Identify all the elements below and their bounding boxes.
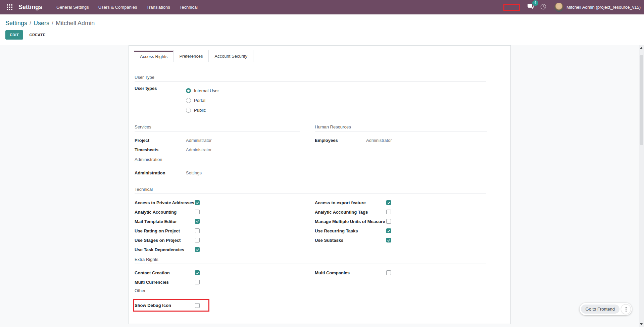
field-manage-multiple-units-of-measure: Manage Multiple Units of Measure [315, 217, 487, 226]
apps-grid-icon[interactable] [5, 4, 14, 10]
scrollbar-up-arrow-icon[interactable] [640, 47, 643, 49]
radio-row-internal-user: Internal User [186, 86, 219, 96]
go-to-frontend-button[interactable]: Go to Frontend [581, 305, 620, 314]
group-extra-rights: Extra Rights Contact Creation Multi Curr… [135, 257, 486, 287]
field-label: Contact Creation [135, 270, 195, 275]
breadcrumb-current-record: Mitchell Admin [56, 20, 95, 26]
edit-button[interactable]: EDIT [5, 30, 23, 40]
group-human-resources: Human Resources Employees Administrator [315, 124, 487, 154]
scrollbar-thumb[interactable] [640, 55, 643, 145]
field-label-user-types: User types [135, 86, 186, 115]
radio-row-portal: Portal [186, 96, 219, 105]
clock-icon [540, 3, 547, 11]
group-title: Technical [135, 187, 486, 194]
group-title: Administration [135, 157, 300, 164]
field-multi-companies: Multi Companies [315, 268, 487, 277]
breadcrumb: Settings/Users/Mitchell Admin [0, 14, 644, 27]
group-administration: Administration Administration Settings [135, 157, 300, 177]
field-contact-creation: Contact Creation [135, 268, 300, 277]
checkbox-multi-currencies[interactable] [195, 280, 200, 284]
form-sheet: Access Rights Preferences Account Securi… [129, 45, 511, 324]
group-title: Other [135, 288, 486, 295]
field-analytic-accounting: Analytic Accounting [135, 207, 300, 217]
field-label: Use Stages on Project [135, 238, 195, 243]
checkbox-manage-multiple-units-of-measure[interactable] [386, 219, 391, 224]
breadcrumb-users[interactable]: Users [34, 20, 49, 26]
field-label: Analytic Accounting Tags [315, 210, 386, 215]
tab-label: Account Security [214, 54, 247, 59]
group-technical: Technical Access to Private Addresses An… [135, 187, 486, 254]
field-show-debug-icon: Show Debug Icon [135, 303, 200, 308]
radio-label: Internal User [194, 88, 219, 93]
create-button[interactable]: CREATE [29, 33, 45, 37]
tab-label: Access Rights [140, 54, 167, 59]
app-name[interactable]: Settings [18, 4, 42, 11]
field-analytic-accounting-tags: Analytic Accounting Tags [315, 207, 487, 217]
nav-item-users-companies[interactable]: Users & Companies [94, 0, 142, 14]
checkbox-analytic-accounting-tags[interactable] [386, 210, 391, 214]
content-area: Access Rights Preferences Account Securi… [0, 45, 639, 327]
top-navbar: Settings General Settings Users & Compan… [0, 0, 644, 14]
checkbox-contact-creation[interactable] [195, 270, 200, 275]
field-use-stages-on-project: Use Stages on Project [135, 235, 300, 245]
field-value: Settings [186, 170, 202, 175]
field-employees: Employees Administrator [315, 135, 487, 145]
field-multi-currencies: Multi Currencies [135, 277, 300, 287]
checkbox-use-stages-on-project[interactable] [195, 238, 200, 242]
nav-item-translations[interactable]: Translations [142, 0, 175, 14]
field-label: Use Task Dependencies [135, 247, 195, 252]
radio-portal[interactable] [186, 98, 191, 103]
checkbox-use-recurring-tasks[interactable] [386, 228, 391, 233]
field-value: Administrator [186, 147, 212, 152]
checkbox-show-debug-icon[interactable] [195, 303, 200, 308]
checkbox-use-rating-on-project[interactable] [195, 228, 200, 233]
radio-public[interactable] [186, 108, 191, 113]
tab-access-rights[interactable]: Access Rights [134, 51, 174, 62]
tab-preferences[interactable]: Preferences [173, 50, 209, 62]
field-mail-template-editor: Mail Template Editor [135, 217, 300, 226]
nav-item-technical[interactable]: Technical [175, 0, 202, 14]
field-use-subtasks: Use Subtasks [315, 235, 487, 245]
breadcrumb-settings[interactable]: Settings [5, 20, 27, 26]
field-value: Administrator [186, 138, 212, 143]
field-label: Employees [315, 138, 366, 143]
checkbox-multi-companies[interactable] [386, 270, 391, 275]
field-label: Mail Template Editor [135, 219, 195, 224]
field-use-task-dependencies: Use Task Dependencies [135, 245, 300, 254]
field-timesheets: Timesheets Administrator [135, 145, 300, 154]
field-label: Project [135, 138, 186, 143]
group-title: Services [135, 124, 300, 131]
radio-label: Portal [194, 98, 205, 103]
field-label: Use Recurring Tasks [315, 228, 386, 233]
messages-button[interactable]: 4 [524, 3, 537, 11]
field-project: Project Administrator [135, 135, 300, 145]
control-panel: Settings/Users/Mitchell Admin EDIT CREAT… [0, 14, 644, 45]
user-menu[interactable]: Mitchell Admin (project_resource_v15) [554, 3, 641, 12]
kebab-menu-button[interactable] [621, 305, 631, 314]
scrollbar-down-arrow-icon[interactable] [640, 323, 643, 325]
group-title: Human Resources [315, 124, 487, 131]
group-services: Services Project Administrator Timesheet… [135, 124, 300, 154]
radio-label: Public [194, 108, 206, 113]
checkbox-use-task-dependencies[interactable] [195, 247, 200, 252]
field-label: Multi Companies [315, 270, 386, 275]
breadcrumb-separator: / [52, 20, 53, 26]
checkbox-analytic-accounting[interactable] [195, 210, 200, 214]
vertical-scrollbar[interactable] [639, 45, 644, 327]
radio-internal-user[interactable] [186, 88, 191, 93]
main-menu: General Settings Users & Companies Trans… [52, 0, 202, 14]
checkbox-mail-template-editor[interactable] [195, 219, 200, 224]
tab-account-security[interactable]: Account Security [208, 50, 253, 62]
nav-item-general-settings[interactable]: General Settings [52, 0, 94, 14]
breadcrumb-separator: / [30, 20, 31, 26]
user-avatar [554, 3, 563, 12]
field-label: Access to Private Addresses [135, 200, 195, 205]
group-title: Extra Rights [135, 257, 486, 264]
activities-button[interactable] [537, 3, 550, 11]
notebook-tabs: Access Rights Preferences Account Securi… [129, 50, 510, 62]
checkbox-access-to-private-addresses[interactable] [195, 200, 200, 205]
field-use-rating-on-project: Use Rating on Project [135, 226, 300, 235]
checkbox-use-subtasks[interactable] [386, 238, 391, 242]
field-label: Analytic Accounting [135, 210, 195, 215]
checkbox-access-to-export-feature[interactable] [386, 200, 391, 205]
